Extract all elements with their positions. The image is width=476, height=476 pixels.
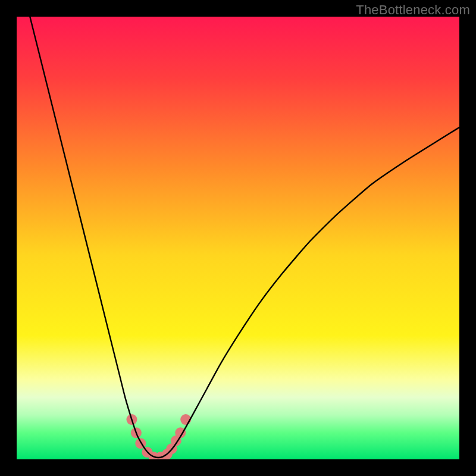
chart-svg xyxy=(17,17,459,459)
chart-frame: TheBottleneck.com xyxy=(0,0,476,476)
chart-plot-area xyxy=(17,17,459,459)
watermark-text: TheBottleneck.com xyxy=(356,2,470,18)
chart-background-gradient xyxy=(17,17,459,459)
